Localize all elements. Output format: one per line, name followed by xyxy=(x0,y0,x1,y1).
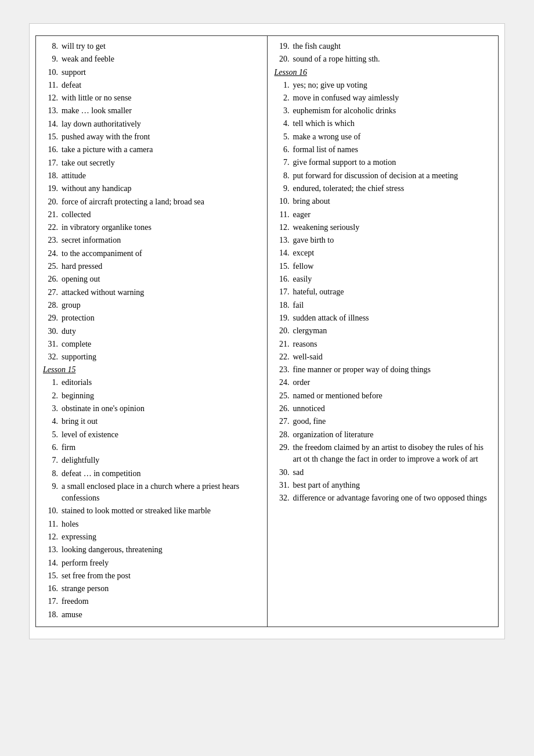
item-text: support xyxy=(62,67,260,78)
item-number: 24. xyxy=(43,248,62,260)
item-text: opening out xyxy=(62,273,260,285)
item-text: weakening seriously xyxy=(293,222,492,233)
list-item: 8.will try to get xyxy=(43,41,260,52)
item-text: fine manner or proper way of doing thing… xyxy=(293,364,492,376)
list-item: 13.looking dangerous, threatening xyxy=(43,544,260,556)
item-number: 28. xyxy=(43,300,62,311)
list-item: 12.weakening seriously xyxy=(275,222,492,233)
list-item: 8.defeat … in competition xyxy=(43,468,260,480)
list-item: 5.make a wrong use of xyxy=(275,131,492,143)
item-text: delightfully xyxy=(62,455,260,466)
list-item: 18.amuse xyxy=(43,609,260,621)
list-item: 31.best part of anything xyxy=(275,480,492,491)
list-item: 3.obstinate in one's opinion xyxy=(43,403,260,415)
item-number: 31. xyxy=(275,480,293,491)
list-item: 23.secret information xyxy=(43,235,260,246)
item-number: 4. xyxy=(275,118,293,129)
list-item: 14.except xyxy=(275,247,492,259)
list-item: 17.take out secretly xyxy=(43,157,260,169)
item-text: expressing xyxy=(62,531,260,543)
item-text: beginning xyxy=(62,390,260,402)
list-item: 11.holes xyxy=(43,519,260,530)
item-number: 2. xyxy=(43,390,62,402)
item-text: stained to look motted or streaked like … xyxy=(62,505,260,517)
item-number: 21. xyxy=(43,209,62,221)
item-text: make … look smaller xyxy=(62,105,260,117)
item-text: amuse xyxy=(62,609,260,621)
list-item: 26.opening out xyxy=(43,273,260,285)
item-number: 19. xyxy=(43,183,62,195)
list-item: 13.make … look smaller xyxy=(43,105,260,117)
item-text: bring about xyxy=(293,196,492,207)
item-number: 29. xyxy=(275,442,293,466)
item-number: 22. xyxy=(43,222,62,233)
item-number: 27. xyxy=(275,416,293,427)
item-number: 19. xyxy=(275,312,293,324)
item-text: sad xyxy=(293,467,492,478)
item-number: 13. xyxy=(43,105,62,117)
item-text: defeat … in competition xyxy=(62,468,260,480)
list-item: 17.hateful, outrage xyxy=(275,286,492,298)
item-text: take out secretly xyxy=(62,157,260,169)
item-text: strange person xyxy=(62,583,260,595)
list-item: 19.the fish caught xyxy=(275,41,492,52)
item-text: collected xyxy=(62,209,260,221)
list-item: 2.move in confused way aimlessly xyxy=(275,92,492,104)
list-item: 20.clergyman xyxy=(275,325,492,337)
list-item: 30.sad xyxy=(275,467,492,478)
item-number: 9. xyxy=(43,53,62,65)
item-text: make a wrong use of xyxy=(293,131,492,143)
item-number: 25. xyxy=(43,261,62,272)
list-item: 25.named or mentioned before xyxy=(275,390,492,402)
item-number: 32. xyxy=(43,351,62,363)
item-number: 10. xyxy=(43,67,62,78)
item-text: without any handicap xyxy=(62,183,260,195)
item-number: 30. xyxy=(275,467,293,478)
list-item: 12.with little or no sense xyxy=(43,92,260,104)
list-item: 16.strange person xyxy=(43,583,260,595)
item-number: 27. xyxy=(43,287,62,298)
item-text: defeat xyxy=(62,80,260,91)
item-number: 12. xyxy=(43,92,62,104)
item-number: 20. xyxy=(275,53,293,65)
list-item: 11.defeat xyxy=(43,80,260,91)
list-item: 17.freedom xyxy=(43,596,260,607)
item-text: yes; no; give up voting xyxy=(293,80,492,91)
item-number: 15. xyxy=(275,261,293,272)
item-number: 20. xyxy=(275,325,293,337)
list-item: 28.organization of literature xyxy=(275,429,492,441)
list-item: 8.put forward for discussion of decision… xyxy=(275,170,492,182)
item-number: 16. xyxy=(275,273,293,285)
item-text: will try to get xyxy=(62,41,260,52)
item-text: sound of a rope hitting sth. xyxy=(293,53,492,65)
item-text: reasons xyxy=(293,339,492,350)
list-item: 27.good, fine xyxy=(275,416,492,427)
item-text: difference or advantage favoring one of … xyxy=(293,492,492,504)
item-text: level of existence xyxy=(62,429,260,441)
item-text: fellow xyxy=(293,261,492,272)
item-number: 5. xyxy=(275,131,293,143)
item-number: 4. xyxy=(43,416,62,427)
item-number: 11. xyxy=(275,209,293,221)
item-number: 32. xyxy=(275,492,293,504)
list-item: 31.complete xyxy=(43,339,260,350)
item-number: 6. xyxy=(43,442,62,453)
item-number: 26. xyxy=(43,273,62,285)
item-number: 2. xyxy=(275,92,293,104)
list-item: 18.fail xyxy=(275,300,492,311)
item-text: secret information xyxy=(62,235,260,246)
right-lesson16-items: 1.yes; no; give up voting2.move in confu… xyxy=(275,80,492,505)
item-text: order xyxy=(293,377,492,388)
item-text: holes xyxy=(62,519,260,530)
list-item: 27.attacked without warning xyxy=(43,287,260,298)
list-item: 18.attitude xyxy=(43,170,260,182)
item-number: 22. xyxy=(275,351,293,363)
item-number: 9. xyxy=(275,183,293,195)
item-text: weak and feeble xyxy=(62,53,260,65)
item-number: 24. xyxy=(275,377,293,388)
item-text: gave birth to xyxy=(293,235,492,246)
item-text: freedom xyxy=(62,596,260,607)
item-text: best part of anything xyxy=(293,480,492,491)
item-number: 26. xyxy=(275,403,293,415)
item-text: supporting xyxy=(62,351,260,363)
